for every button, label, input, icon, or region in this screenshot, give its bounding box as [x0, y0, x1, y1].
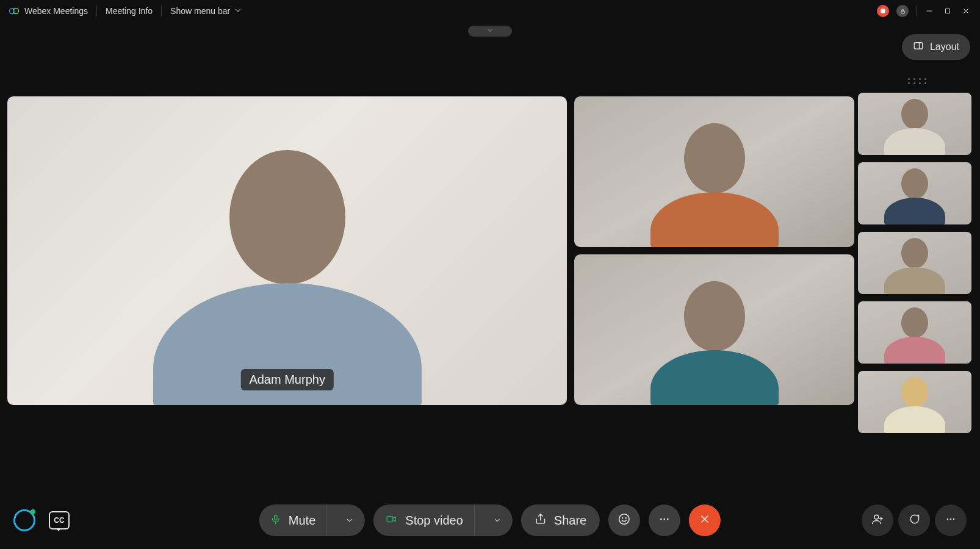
- video-thumbnail[interactable]: [858, 301, 971, 364]
- microphone-icon: [270, 512, 281, 529]
- svg-point-27: [953, 518, 955, 520]
- svg-point-25: [947, 518, 949, 520]
- participants-panel-button[interactable]: [862, 504, 893, 536]
- layout-icon: [913, 40, 924, 54]
- reactions-button[interactable]: [608, 504, 640, 536]
- show-menu-label: Show menu bar: [170, 6, 230, 16]
- divider: [161, 5, 162, 16]
- window-maximize-button[interactable]: [942, 5, 953, 16]
- video-thumbnail[interactable]: [858, 162, 971, 224]
- svg-point-18: [664, 518, 666, 520]
- bottom-left-controls: CC: [13, 509, 70, 531]
- closed-captions-button[interactable]: CC: [49, 511, 70, 529]
- person-placeholder-icon: [884, 168, 945, 224]
- window-close-button[interactable]: [960, 5, 971, 16]
- video-tile[interactable]: [574, 96, 854, 247]
- top-bar-left: Webex Meetings Meeting Info Show menu ba…: [9, 5, 242, 16]
- video-camera-icon: [384, 514, 398, 528]
- more-horizontal-icon: [945, 513, 957, 528]
- mute-label: Mute: [289, 514, 315, 528]
- person-placeholder-icon: [650, 123, 779, 247]
- svg-point-17: [660, 518, 662, 520]
- svg-rect-11: [387, 516, 394, 522]
- share-button[interactable]: Share: [521, 504, 600, 536]
- video-mid-column: [574, 96, 854, 405]
- video-main-segment[interactable]: Stop video: [373, 504, 475, 536]
- chat-panel-button[interactable]: [898, 504, 930, 536]
- svg-point-15: [622, 518, 623, 518]
- participant-name-overlay: Adam Murphy: [240, 369, 334, 390]
- video-tile[interactable]: [574, 254, 854, 405]
- stop-video-label: Stop video: [405, 514, 463, 528]
- bottom-control-bar: CC Mute Stop video: [0, 503, 980, 538]
- svg-point-16: [625, 518, 626, 518]
- svg-rect-4: [946, 9, 950, 13]
- end-call-button[interactable]: [689, 504, 721, 536]
- lock-icon[interactable]: [896, 5, 909, 17]
- person-placeholder-icon: [650, 281, 779, 405]
- meeting-info-link[interactable]: Meeting Info: [106, 6, 153, 16]
- chevron-down-icon: [234, 6, 242, 16]
- svg-point-22: [874, 515, 879, 519]
- bottom-center-controls: Mute Stop video: [259, 504, 721, 536]
- layout-button[interactable]: Layout: [902, 34, 970, 60]
- mute-button[interactable]: Mute: [259, 504, 365, 536]
- app-name: Webex Meetings: [24, 6, 88, 16]
- stop-video-button[interactable]: Stop video: [373, 504, 513, 536]
- video-thumbnail[interactable]: [858, 93, 971, 155]
- window-minimize-button[interactable]: [924, 5, 935, 16]
- mute-main-segment[interactable]: Mute: [259, 504, 327, 536]
- close-icon: [699, 513, 711, 528]
- video-tile-main[interactable]: Adam Murphy: [7, 96, 567, 405]
- ai-assistant-button[interactable]: [13, 509, 35, 531]
- chevron-down-icon: [485, 26, 495, 37]
- divider: [96, 5, 97, 16]
- svg-point-19: [667, 518, 669, 520]
- expand-toolbar-button[interactable]: [468, 26, 512, 37]
- chat-icon: [908, 513, 920, 528]
- recording-indicator-icon[interactable]: [877, 5, 889, 17]
- person-placeholder-icon: [153, 144, 422, 405]
- more-options-button[interactable]: [649, 504, 680, 536]
- video-dropdown-segment[interactable]: [482, 504, 513, 536]
- smile-icon: [618, 512, 631, 528]
- sidebar-drag-handle[interactable]: [908, 78, 926, 84]
- mute-dropdown-segment[interactable]: [334, 504, 365, 536]
- share-label: Share: [554, 514, 586, 528]
- webex-logo-icon: [9, 5, 20, 16]
- svg-point-26: [950, 518, 952, 520]
- person-placeholder-icon: [884, 307, 945, 364]
- person-placeholder-icon: [884, 377, 945, 433]
- more-horizontal-icon: [658, 512, 671, 528]
- panel-options-button[interactable]: [935, 504, 967, 536]
- svg-rect-2: [901, 11, 904, 13]
- meeting-info-label: Meeting Info: [106, 6, 153, 16]
- svg-point-1: [13, 9, 19, 14]
- person-placeholder-icon: [884, 99, 945, 155]
- svg-rect-7: [914, 43, 923, 49]
- top-bar: Webex Meetings Meeting Info Show menu ba…: [0, 0, 980, 22]
- layout-label: Layout: [930, 41, 959, 52]
- bottom-right-controls: [862, 504, 967, 536]
- cc-label: CC: [54, 516, 64, 525]
- share-icon: [535, 513, 547, 528]
- video-thumbnail[interactable]: [858, 371, 971, 433]
- svg-point-14: [619, 514, 630, 525]
- participants-icon: [871, 513, 884, 528]
- app-brand: Webex Meetings: [9, 5, 88, 16]
- video-thumbnail[interactable]: [858, 232, 971, 294]
- svg-rect-9: [275, 515, 278, 520]
- video-stage: Adam Murphy: [7, 96, 854, 405]
- chevron-down-icon: [345, 514, 354, 528]
- divider: [916, 5, 917, 16]
- participant-sidebar: [858, 93, 971, 433]
- show-menu-bar-dropdown[interactable]: Show menu bar: [170, 6, 242, 16]
- participant-name: Adam Murphy: [249, 373, 325, 386]
- top-bar-right: [877, 5, 971, 17]
- person-placeholder-icon: [884, 238, 945, 294]
- chevron-down-icon: [493, 514, 502, 528]
